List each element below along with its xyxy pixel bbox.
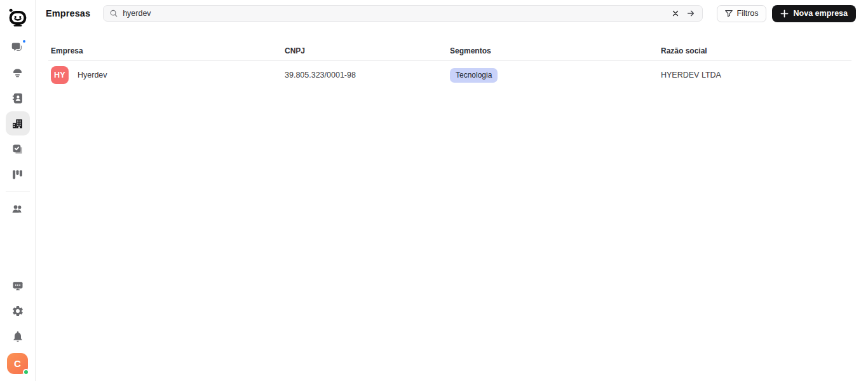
user-avatar[interactable]: C [7, 353, 28, 374]
building-icon [11, 117, 24, 130]
sidebar-item-settings[interactable] [6, 299, 30, 323]
tasks-icon [11, 142, 24, 156]
topbar: Empresas [36, 0, 868, 27]
user-avatar-initial: C [14, 358, 21, 369]
new-company-button-label: Nova empresa [794, 9, 848, 18]
app-root: C Empresas [0, 0, 868, 381]
wallboard-icon [11, 279, 24, 292]
lamp-icon [11, 66, 24, 80]
online-status-dot [23, 369, 29, 375]
company-avatar: HY [51, 66, 69, 84]
page-title: Empresas [46, 8, 90, 18]
company-cell: HY Hyerdev [51, 66, 285, 84]
search-input[interactable] [123, 9, 665, 18]
clear-search-button[interactable] [670, 8, 681, 18]
table-header-row: Empresa CNPJ Segmentos Razão social [48, 45, 851, 61]
filters-button[interactable]: Filtros [717, 5, 766, 22]
team-icon [11, 202, 24, 216]
app-logo[interactable] [6, 6, 30, 30]
bell-icon [11, 330, 24, 343]
column-header-razao-social: Razão social [661, 46, 851, 55]
company-cnpj: 39.805.323/0001-98 [285, 71, 450, 80]
gear-icon [11, 305, 24, 317]
sidebar-item-notifications[interactable] [6, 324, 30, 349]
sidebar: C [0, 0, 36, 381]
filter-funnel-icon [724, 9, 733, 18]
close-icon [672, 10, 679, 17]
company-razao-social: HYERDEV LTDA [661, 71, 851, 80]
company-name: Hyerdev [78, 71, 107, 80]
sidebar-item-wallboard[interactable] [6, 274, 30, 298]
column-header-cnpj: CNPJ [285, 46, 450, 55]
sidebar-divider [6, 191, 30, 191]
sidebar-nav [6, 34, 30, 221]
sidebar-item-tasks[interactable] [6, 137, 30, 161]
sidebar-item-contacts[interactable] [6, 86, 30, 110]
sidebar-item-lamp[interactable] [6, 60, 30, 85]
sidebar-item-companies[interactable] [6, 111, 30, 135]
main-content: Empresas [36, 0, 868, 381]
search-box [103, 5, 702, 22]
search-icon [109, 9, 118, 18]
arrow-right-icon [686, 9, 695, 18]
segments-cell: Tecnologia [450, 68, 661, 83]
sidebar-item-kanban[interactable] [6, 162, 30, 186]
filters-button-label: Filtros [737, 9, 759, 18]
new-company-button[interactable]: Nova empresa [772, 5, 856, 22]
column-header-segmentos: Segmentos [450, 46, 661, 55]
contacts-icon [11, 92, 24, 105]
company-avatar-initials: HY [54, 71, 65, 80]
segment-badge: Tecnologia [450, 68, 498, 83]
kanban-icon [11, 168, 24, 181]
companies-table: Empresa CNPJ Segmentos Razão social HY H… [48, 45, 851, 89]
table-row[interactable]: HY Hyerdev 39.805.323/0001-98 Tecnologia… [48, 61, 851, 89]
sidebar-item-team[interactable] [6, 197, 30, 221]
sidebar-bottom: C [6, 273, 30, 381]
robot-logo-icon [7, 7, 29, 29]
column-header-empresa: Empresa [51, 46, 285, 55]
plus-icon [780, 10, 789, 18]
notification-dot [22, 39, 27, 44]
submit-search-button[interactable] [685, 8, 696, 19]
sidebar-item-chats[interactable] [6, 35, 30, 59]
